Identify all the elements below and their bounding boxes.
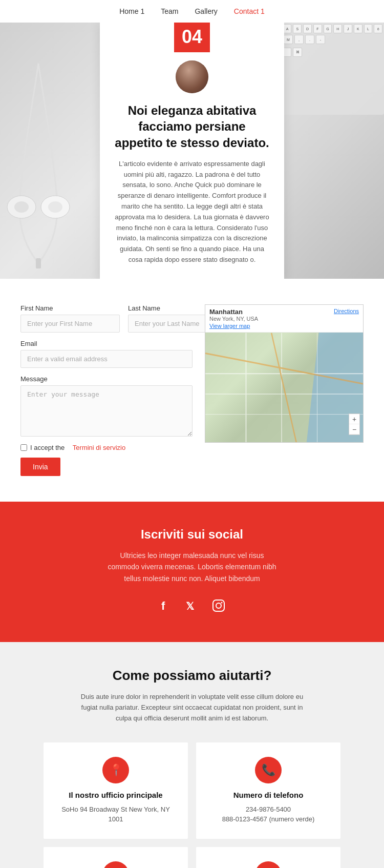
keyboard-decoration: ASD FGH JKL ö NM, .- ⌘ — [271, 23, 384, 115]
email-input[interactable] — [20, 350, 193, 368]
map-location-subtitle: New York, NY, USA — [209, 316, 258, 322]
first-name-group: First Name — [20, 304, 120, 333]
help-title: Come possiamo aiutarti? — [20, 668, 364, 684]
hero-card: 04 Noi eleganza abitativa facciamo persi… — [100, 23, 284, 279]
message-input[interactable] — [20, 385, 193, 437]
fax-icon — [102, 861, 129, 868]
map-location-title: Manhattan — [209, 308, 258, 316]
help-text: Duis aute irure dolor in reprehenderit i… — [79, 692, 305, 724]
map-directions[interactable]: Directions — [334, 308, 359, 314]
message-label: Message — [20, 375, 193, 383]
zoom-in-button[interactable]: + — [349, 414, 359, 424]
office-icon: 📍 — [102, 757, 129, 783]
svg-point-16 — [216, 603, 221, 608]
map-header: Manhattan New York, NY, USA View larger … — [205, 305, 363, 333]
map-visual: + − — [205, 333, 363, 443]
terms-text: I accept the — [30, 444, 65, 451]
phone-icon: 📞 — [255, 757, 282, 783]
earbuds-decoration — [0, 38, 77, 274]
phone-card-title: Numero di telefono — [206, 791, 330, 799]
social-icons: f 𝕏 — [20, 598, 364, 616]
terms-checkbox[interactable] — [20, 444, 27, 451]
map-view-larger[interactable]: View larger map — [209, 323, 258, 329]
nav-contact[interactable]: Contact 1 — [234, 7, 265, 15]
svg-point-3 — [48, 201, 62, 213]
email-label: Email — [20, 340, 193, 347]
nav-team[interactable]: Team — [161, 7, 178, 15]
first-name-label: First Name — [20, 304, 120, 312]
hero-badge: 04 — [174, 23, 210, 52]
info-cards-grid: 📍 Il nostro ufficio principale SoHo 94 B… — [44, 742, 340, 868]
map-zoom-controls[interactable]: + − — [349, 414, 360, 435]
social-text: Ultricies leo integer malesuada nunc vel… — [105, 550, 279, 584]
terms-link[interactable]: Termini di servizio — [73, 444, 125, 451]
office-card: 📍 Il nostro ufficio principale SoHo 94 B… — [44, 742, 188, 839]
zoom-out-button[interactable]: − — [349, 424, 359, 435]
office-card-text: SoHo 94 Broadway St New York, NY 1001 — [54, 804, 178, 824]
help-section: Come possiamo aiutarti? Duis aute irure … — [0, 642, 384, 868]
email-card: E-mail ciao@theme.com — [196, 847, 340, 868]
email-icon — [255, 861, 282, 868]
svg-line-12 — [271, 333, 297, 443]
terms-row: I accept the Termini di servizio — [20, 444, 193, 451]
avatar — [176, 60, 208, 93]
svg-point-1 — [14, 201, 29, 213]
message-group: Message — [20, 375, 193, 437]
svg-line-11 — [205, 353, 363, 384]
nav-home[interactable]: Home 1 — [119, 7, 144, 15]
hero-section: ASD FGH JKL ö NM, .- ⌘ 04 Noi eleganza a… — [0, 23, 384, 279]
navigation: Home 1 Team Gallery Contact 1 — [0, 0, 384, 23]
map: Manhattan New York, NY, USA View larger … — [205, 304, 364, 443]
fax-card: Fax 1-234-567-8900 — [44, 847, 188, 868]
svg-rect-15 — [213, 600, 224, 611]
phone-card-text: 234-9876-5400888-0123-4567 (numero verde… — [206, 804, 330, 824]
contact-form: First Name Last Name Email Message I acc… — [20, 304, 193, 476]
svg-point-17 — [221, 602, 223, 604]
first-name-input[interactable] — [20, 315, 120, 333]
instagram-icon[interactable] — [211, 598, 226, 616]
map-container: Manhattan New York, NY, USA View larger … — [205, 304, 364, 443]
hero-title: Noi eleganza abitativa facciamo persiane… — [114, 102, 270, 151]
social-title: Iscriviti sui social — [20, 527, 364, 542]
name-row: First Name Last Name — [20, 304, 193, 333]
svg-text:f: f — [161, 600, 165, 612]
svg-rect-4 — [36, 258, 41, 268]
twitter-icon[interactable]: 𝕏 — [185, 598, 199, 616]
social-section: Iscriviti sui social Ultricies leo integ… — [0, 502, 384, 642]
office-card-title: Il nostro ufficio principale — [54, 791, 178, 799]
contact-section: First Name Last Name Email Message I acc… — [0, 279, 384, 502]
phone-card: 📞 Numero di telefono 234-9876-5400888-01… — [196, 742, 340, 839]
email-group: Email — [20, 340, 193, 368]
submit-button[interactable]: Invia — [20, 458, 60, 476]
facebook-icon[interactable]: f — [158, 598, 173, 616]
hero-body: L'articolo evidente è arrivato espressam… — [114, 159, 270, 265]
svg-text:𝕏: 𝕏 — [186, 601, 195, 612]
nav-gallery[interactable]: Gallery — [195, 7, 217, 15]
